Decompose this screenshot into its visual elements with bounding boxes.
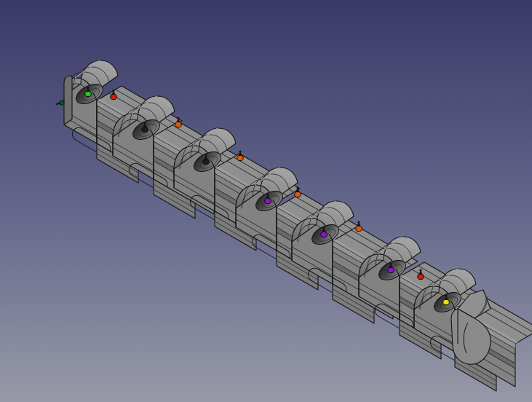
cad-3d-viewport[interactable] bbox=[0, 0, 532, 402]
start-face bbox=[64, 76, 72, 125]
cad-model-canvas[interactable] bbox=[0, 0, 532, 402]
start-clip-patch bbox=[45, 67, 64, 149]
